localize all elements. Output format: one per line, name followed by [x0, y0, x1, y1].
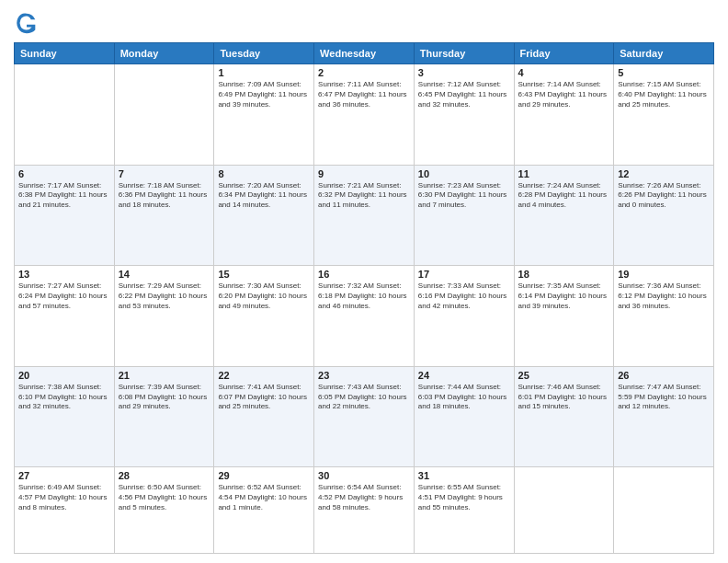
day-number: 30 — [318, 470, 410, 481]
day-number: 21 — [119, 370, 210, 381]
day-detail: Sunrise: 7:47 AM Sunset: 5:59 PM Dayligh… — [618, 383, 710, 412]
calendar-row-4: 27Sunrise: 6:49 AM Sunset: 4:57 PM Dayli… — [15, 467, 714, 554]
weekday-header-thursday: Thursday — [414, 43, 514, 64]
day-detail: Sunrise: 7:20 AM Sunset: 6:34 PM Dayligh… — [218, 181, 310, 211]
calendar-cell: 18Sunrise: 7:35 AM Sunset: 6:14 PM Dayli… — [514, 266, 614, 367]
calendar-cell — [15, 64, 115, 166]
day-number: 3 — [418, 67, 510, 78]
day-number: 20 — [18, 370, 110, 381]
calendar-cell — [514, 467, 614, 554]
day-number: 26 — [618, 370, 710, 381]
header — [14, 9, 714, 35]
day-number: 27 — [18, 470, 110, 481]
calendar-cell: 6Sunrise: 7:17 AM Sunset: 6:38 PM Daylig… — [15, 165, 115, 266]
calendar-row-3: 20Sunrise: 7:38 AM Sunset: 6:10 PM Dayli… — [15, 366, 714, 467]
day-detail: Sunrise: 7:30 AM Sunset: 6:20 PM Dayligh… — [218, 282, 310, 311]
calendar-cell: 9Sunrise: 7:21 AM Sunset: 6:32 PM Daylig… — [314, 165, 415, 266]
weekday-header-wednesday: Wednesday — [314, 43, 415, 64]
day-detail: Sunrise: 6:54 AM Sunset: 4:52 PM Dayligh… — [318, 483, 410, 512]
calendar-cell — [614, 467, 714, 554]
calendar-row-2: 13Sunrise: 7:27 AM Sunset: 6:24 PM Dayli… — [15, 266, 714, 367]
calendar-cell: 15Sunrise: 7:30 AM Sunset: 6:20 PM Dayli… — [214, 266, 314, 367]
day-number: 5 — [618, 67, 710, 78]
day-detail: Sunrise: 7:17 AM Sunset: 6:38 PM Dayligh… — [18, 181, 110, 211]
day-detail: Sunrise: 6:49 AM Sunset: 4:57 PM Dayligh… — [18, 483, 110, 512]
day-number: 10 — [418, 168, 510, 179]
calendar-cell: 20Sunrise: 7:38 AM Sunset: 6:10 PM Dayli… — [15, 366, 115, 467]
calendar-cell: 13Sunrise: 7:27 AM Sunset: 6:24 PM Dayli… — [15, 266, 115, 367]
day-number: 22 — [218, 370, 310, 381]
calendar-cell: 14Sunrise: 7:29 AM Sunset: 6:22 PM Dayli… — [114, 266, 214, 367]
day-number: 19 — [618, 269, 710, 280]
day-number: 6 — [18, 168, 110, 179]
day-number: 18 — [518, 269, 610, 280]
calendar-cell: 27Sunrise: 6:49 AM Sunset: 4:57 PM Dayli… — [15, 467, 115, 554]
day-number: 17 — [418, 269, 510, 280]
day-number: 8 — [218, 168, 310, 179]
day-number: 2 — [318, 67, 410, 78]
calendar-cell: 24Sunrise: 7:44 AM Sunset: 6:03 PM Dayli… — [414, 366, 514, 467]
day-number: 24 — [418, 370, 510, 381]
day-detail: Sunrise: 7:12 AM Sunset: 6:45 PM Dayligh… — [418, 80, 510, 109]
day-detail: Sunrise: 7:46 AM Sunset: 6:01 PM Dayligh… — [518, 383, 610, 412]
calendar-cell: 23Sunrise: 7:43 AM Sunset: 6:05 PM Dayli… — [314, 366, 415, 467]
day-detail: Sunrise: 7:39 AM Sunset: 6:08 PM Dayligh… — [119, 383, 210, 412]
calendar-cell: 22Sunrise: 7:41 AM Sunset: 6:07 PM Dayli… — [214, 366, 314, 467]
calendar-cell: 31Sunrise: 6:55 AM Sunset: 4:51 PM Dayli… — [414, 467, 514, 554]
logo-icon — [14, 9, 40, 35]
day-number: 31 — [418, 470, 510, 481]
weekday-header-tuesday: Tuesday — [214, 43, 314, 64]
day-number: 7 — [119, 168, 210, 179]
day-detail: Sunrise: 7:23 AM Sunset: 6:30 PM Dayligh… — [418, 181, 510, 211]
calendar-cell: 10Sunrise: 7:23 AM Sunset: 6:30 PM Dayli… — [414, 165, 514, 266]
calendar-cell: 1Sunrise: 7:09 AM Sunset: 6:49 PM Daylig… — [214, 64, 314, 166]
calendar-table: SundayMondayTuesdayWednesdayThursdayFrid… — [14, 42, 714, 554]
calendar-cell: 19Sunrise: 7:36 AM Sunset: 6:12 PM Dayli… — [614, 266, 714, 367]
day-detail: Sunrise: 7:26 AM Sunset: 6:26 PM Dayligh… — [618, 181, 710, 211]
calendar-cell: 30Sunrise: 6:54 AM Sunset: 4:52 PM Dayli… — [314, 467, 415, 554]
day-number: 29 — [218, 470, 310, 481]
day-number: 12 — [618, 168, 710, 179]
calendar-cell: 25Sunrise: 7:46 AM Sunset: 6:01 PM Dayli… — [514, 366, 614, 467]
day-detail: Sunrise: 6:52 AM Sunset: 4:54 PM Dayligh… — [218, 483, 310, 512]
day-detail: Sunrise: 7:18 AM Sunset: 6:36 PM Dayligh… — [119, 181, 210, 211]
day-number: 15 — [218, 269, 310, 280]
calendar-cell — [114, 64, 214, 166]
day-number: 16 — [318, 269, 410, 280]
day-number: 25 — [518, 370, 610, 381]
calendar-cell: 12Sunrise: 7:26 AM Sunset: 6:26 PM Dayli… — [614, 165, 714, 266]
calendar-row-1: 6Sunrise: 7:17 AM Sunset: 6:38 PM Daylig… — [15, 165, 714, 266]
day-detail: Sunrise: 6:50 AM Sunset: 4:56 PM Dayligh… — [119, 483, 210, 512]
day-number: 9 — [318, 168, 410, 179]
calendar-cell: 17Sunrise: 7:33 AM Sunset: 6:16 PM Dayli… — [414, 266, 514, 367]
calendar-cell: 7Sunrise: 7:18 AM Sunset: 6:36 PM Daylig… — [114, 165, 214, 266]
day-detail: Sunrise: 7:33 AM Sunset: 6:16 PM Dayligh… — [418, 282, 510, 311]
calendar-cell: 16Sunrise: 7:32 AM Sunset: 6:18 PM Dayli… — [314, 266, 415, 367]
weekday-header-monday: Monday — [114, 43, 214, 64]
day-detail: Sunrise: 7:35 AM Sunset: 6:14 PM Dayligh… — [518, 282, 610, 311]
day-detail: Sunrise: 7:15 AM Sunset: 6:40 PM Dayligh… — [618, 80, 710, 109]
day-detail: Sunrise: 7:41 AM Sunset: 6:07 PM Dayligh… — [218, 383, 310, 412]
calendar-cell: 4Sunrise: 7:14 AM Sunset: 6:43 PM Daylig… — [514, 64, 614, 166]
page: SundayMondayTuesdayWednesdayThursdayFrid… — [0, 0, 728, 563]
day-detail: Sunrise: 7:43 AM Sunset: 6:05 PM Dayligh… — [318, 383, 410, 412]
weekday-header-row: SundayMondayTuesdayWednesdayThursdayFrid… — [15, 43, 714, 64]
day-detail: Sunrise: 7:11 AM Sunset: 6:47 PM Dayligh… — [318, 80, 410, 109]
day-number: 4 — [518, 67, 610, 78]
calendar-cell: 2Sunrise: 7:11 AM Sunset: 6:47 PM Daylig… — [314, 64, 415, 166]
day-detail: Sunrise: 7:14 AM Sunset: 6:43 PM Dayligh… — [518, 80, 610, 109]
day-detail: Sunrise: 7:44 AM Sunset: 6:03 PM Dayligh… — [418, 383, 510, 412]
day-detail: Sunrise: 7:27 AM Sunset: 6:24 PM Dayligh… — [18, 282, 110, 311]
calendar-cell: 21Sunrise: 7:39 AM Sunset: 6:08 PM Dayli… — [114, 366, 214, 467]
calendar-cell: 11Sunrise: 7:24 AM Sunset: 6:28 PM Dayli… — [514, 165, 614, 266]
logo — [14, 9, 43, 35]
day-detail: Sunrise: 6:55 AM Sunset: 4:51 PM Dayligh… — [418, 483, 510, 512]
day-number: 23 — [318, 370, 410, 381]
weekday-header-saturday: Saturday — [614, 43, 714, 64]
day-number: 13 — [18, 269, 110, 280]
calendar-cell: 29Sunrise: 6:52 AM Sunset: 4:54 PM Dayli… — [214, 467, 314, 554]
day-detail: Sunrise: 7:24 AM Sunset: 6:28 PM Dayligh… — [518, 181, 610, 211]
day-detail: Sunrise: 7:21 AM Sunset: 6:32 PM Dayligh… — [318, 181, 410, 211]
weekday-header-friday: Friday — [514, 43, 614, 64]
day-detail: Sunrise: 7:36 AM Sunset: 6:12 PM Dayligh… — [618, 282, 710, 311]
